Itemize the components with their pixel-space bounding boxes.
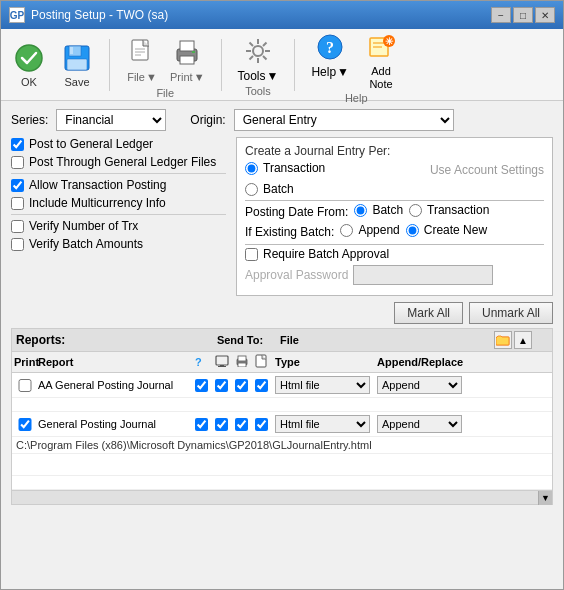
- toolbar-divider-1: [109, 39, 110, 91]
- folder-icon-btn[interactable]: [494, 331, 512, 349]
- left-column: Post to General Ledger Post Through Gene…: [11, 137, 226, 296]
- scroll-up-icon-btn[interactable]: ▲: [514, 331, 532, 349]
- scroll-down-button[interactable]: ▼: [538, 491, 552, 505]
- col-report: Report: [38, 356, 193, 368]
- posting-transaction-label: Transaction: [427, 203, 489, 217]
- svg-rect-36: [256, 355, 266, 367]
- svg-text:✳: ✳: [385, 36, 394, 47]
- verify-batch-row: Verify Batch Amounts: [11, 237, 226, 251]
- report-row-2-send4[interactable]: [255, 418, 268, 431]
- post-through-gl-label: Post Through General Ledger Files: [29, 155, 216, 169]
- report-row-3: [12, 454, 552, 476]
- save-button[interactable]: Save: [57, 40, 97, 90]
- reports-section: Reports: Send To: File ▲ Print: [11, 328, 553, 491]
- report-row-2-print[interactable]: [14, 418, 36, 431]
- journal-entry-label: Create a Journal Entry Per:: [245, 144, 390, 158]
- unmark-all-button[interactable]: Unmark All: [469, 302, 553, 324]
- file-icon: [126, 37, 158, 69]
- col-screen-icon: [215, 355, 233, 369]
- report-row-1-send3[interactable]: [235, 379, 248, 392]
- reports-header: Reports: Send To: File ▲: [12, 329, 552, 352]
- window-controls: − □ ✕: [491, 7, 555, 23]
- print-button[interactable]: Print ▼: [166, 35, 209, 85]
- report-row-1-send2[interactable]: [215, 379, 228, 392]
- bottom-scroll-area: ▼: [11, 491, 553, 505]
- existing-append-radio[interactable]: [340, 224, 353, 237]
- maximize-button[interactable]: □: [513, 7, 533, 23]
- report-row-1: AA General Posting Journal Html file Tex…: [12, 373, 552, 398]
- divider-2: [245, 244, 544, 245]
- report-row-2-send1[interactable]: [195, 418, 208, 431]
- help-chevron: ▼: [337, 65, 349, 79]
- existing-append-label: Append: [358, 223, 399, 237]
- post-to-gl-label: Post to General Ledger: [29, 137, 153, 151]
- file-button[interactable]: File ▼: [122, 35, 162, 85]
- report-row-1-name: AA General Posting Journal: [38, 379, 193, 391]
- report-row-2-append[interactable]: Append Replace: [377, 415, 462, 433]
- posting-transaction-radio[interactable]: [409, 204, 422, 217]
- report-row-1-send4[interactable]: [255, 379, 268, 392]
- journal-transaction-row: Transaction: [245, 161, 325, 175]
- approval-password-row: Approval Password: [245, 265, 544, 285]
- help-button[interactable]: ? Help ▼: [307, 29, 353, 91]
- tools-chevron: ▼: [267, 69, 279, 83]
- report-row-3-path: [12, 476, 552, 490]
- report-row-1-print[interactable]: [14, 379, 36, 392]
- allow-transaction-row: Allow Transaction Posting: [11, 178, 226, 192]
- allow-transaction-label: Allow Transaction Posting: [29, 178, 166, 192]
- report-row-1-send1[interactable]: [195, 379, 208, 392]
- posting-date-label: Posting Date From:: [245, 205, 348, 219]
- journal-transaction-radio[interactable]: [245, 162, 258, 175]
- col-print: Print: [14, 356, 36, 368]
- posting-batch-label: Batch: [372, 203, 403, 217]
- col-help: ?: [195, 356, 213, 368]
- send-to-header-label: Send To:: [200, 334, 280, 346]
- tools-button[interactable]: Tools ▼: [234, 33, 283, 85]
- journal-batch-row: Batch: [245, 182, 544, 196]
- report-row-1-type[interactable]: Html file Text file PDF file: [275, 376, 370, 394]
- report-row-1-path: [12, 398, 552, 412]
- verify-trx-checkbox[interactable]: [11, 220, 24, 233]
- approval-password-input[interactable]: [353, 265, 493, 285]
- save-icon: [61, 42, 93, 74]
- report-row-1-append[interactable]: Append Replace: [377, 376, 462, 394]
- if-existing-batch-label: If Existing Batch:: [245, 225, 334, 239]
- svg-rect-12: [192, 51, 195, 53]
- mark-all-button[interactable]: Mark All: [394, 302, 463, 324]
- minimize-button[interactable]: −: [491, 7, 511, 23]
- existing-create-radio[interactable]: [406, 224, 419, 237]
- require-approval-checkbox[interactable]: [245, 248, 258, 261]
- posting-batch-radio[interactable]: [354, 204, 367, 217]
- report-row-2-send3[interactable]: [235, 418, 248, 431]
- ok-label: OK: [21, 76, 37, 88]
- post-to-gl-checkbox[interactable]: [11, 138, 24, 151]
- report-row-2-send2[interactable]: [215, 418, 228, 431]
- add-note-button[interactable]: ✳ Add Note: [357, 29, 405, 91]
- include-multicurrency-row: Include Multicurrency Info: [11, 196, 226, 210]
- verify-batch-checkbox[interactable]: [11, 238, 24, 251]
- left-separator-2: [11, 214, 226, 215]
- right-column: Create a Journal Entry Per: Transaction …: [236, 137, 553, 296]
- toolbar-divider-2: [221, 39, 222, 91]
- svg-line-18: [249, 42, 253, 46]
- report-row-2-type[interactable]: Html file Text file PDF file: [275, 415, 370, 433]
- svg-text:?: ?: [326, 39, 334, 56]
- allow-transaction-checkbox[interactable]: [11, 179, 24, 192]
- window-title: Posting Setup - TWO (sa): [31, 8, 168, 22]
- post-through-gl-checkbox[interactable]: [11, 156, 24, 169]
- require-approval-row: Require Batch Approval: [245, 247, 544, 261]
- print-chevron: ▼: [194, 71, 205, 83]
- journal-batch-radio[interactable]: [245, 183, 258, 196]
- report-row-2-path: C:\Program Files (x86)\Microsoft Dynamic…: [12, 437, 552, 454]
- origin-dropdown[interactable]: General Entry Clearing Entry Quick Journ…: [234, 109, 454, 131]
- svg-rect-3: [70, 47, 73, 54]
- tools-label: Tools: [238, 69, 266, 83]
- close-button[interactable]: ✕: [535, 7, 555, 23]
- verify-trx-label: Verify Number of Trx: [29, 219, 138, 233]
- tools-group-label: Tools: [245, 85, 271, 97]
- series-dropdown[interactable]: Financial Sales Purchasing: [56, 109, 166, 131]
- ok-button[interactable]: OK: [9, 40, 49, 90]
- svg-rect-4: [67, 59, 87, 70]
- verify-batch-label: Verify Batch Amounts: [29, 237, 143, 251]
- include-multicurrency-checkbox[interactable]: [11, 197, 24, 210]
